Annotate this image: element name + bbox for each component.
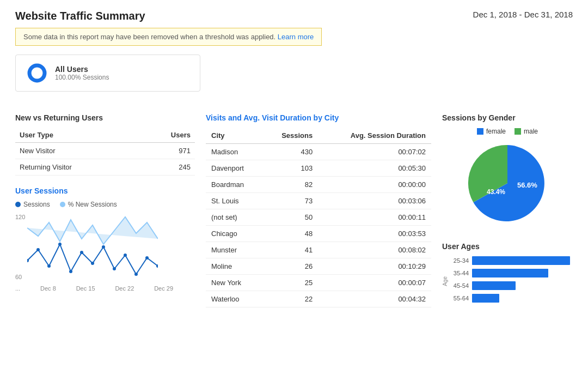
x-label-4: Dec 29 — [154, 285, 173, 292]
x-label-3: Dec 22 — [115, 285, 134, 292]
y-label-60: 60 — [15, 274, 25, 280]
city-cell: Boardman — [206, 177, 263, 193]
user-sessions-title: User Sessions — [15, 186, 195, 195]
date-range: Dec 1, 2018 - Dec 31, 2018 — [473, 10, 573, 19]
x-label-1: Dec 8 — [40, 285, 56, 292]
right-column: Sessions by Gender female male — [442, 113, 573, 306]
y-label-120: 120 — [15, 214, 25, 220]
pie-chart-container: 56.6% 43.4% — [442, 140, 573, 227]
age-bar-label: 55-64 — [449, 295, 469, 301]
table-row: St. Louis7300:03:06 — [206, 193, 431, 209]
new-sessions-legend-label: % New Sessions — [68, 201, 117, 208]
user-type-cell: Returning Visitor — [15, 159, 138, 176]
gender-legend: female male — [442, 128, 573, 135]
visits-by-city-table: City Sessions Avg. Session Duration Madi… — [206, 128, 431, 307]
main-grid: New vs Returning Users User Type Users N… — [15, 113, 573, 307]
col-users: Users — [138, 128, 195, 143]
gender-section: Sessions by Gender female male — [442, 113, 573, 227]
female-legend: female — [477, 128, 506, 135]
new-vs-returning-title: New vs Returning Users — [15, 113, 195, 122]
city-cell: St. Louis — [206, 193, 263, 209]
new-sessions-dot — [60, 202, 65, 207]
male-label: male — [524, 128, 538, 135]
svg-point-7 — [80, 251, 83, 254]
new-sessions-legend: % New Sessions — [60, 201, 117, 208]
visits-by-city-title: Visits and Avg. Visit Duration by City — [206, 113, 431, 122]
duration-cell: 00:00:07 — [318, 275, 431, 291]
ages-chart: Age 25-34 35-44 45-54 55-64 — [442, 256, 573, 306]
svg-point-13 — [145, 256, 149, 260]
sessions-cell: 25 — [263, 275, 318, 291]
male-color — [514, 128, 521, 135]
header-row: Website Traffic Summary Dec 1, 2018 - De… — [15, 10, 573, 22]
female-color — [477, 128, 483, 135]
sessions-cell: 50 — [263, 209, 318, 226]
table-row: Madison43000:07:02 — [206, 144, 431, 160]
svg-point-11 — [124, 254, 127, 257]
line-chart: 100.00% 50.00% — [27, 212, 158, 282]
svg-point-4 — [47, 264, 51, 268]
age-bar-fill — [472, 256, 570, 265]
age-bar-row: 45-54 — [449, 281, 573, 290]
y-axis-left: 120 60 — [15, 212, 25, 282]
left-column: New vs Returning Users User Type Users N… — [15, 113, 195, 292]
col-duration: Avg. Session Duration — [318, 128, 431, 144]
table-row: Waterloo2200:04:32 — [206, 291, 431, 307]
svg-point-5 — [58, 243, 62, 246]
x-label-2: Dec 15 — [76, 285, 95, 292]
age-bar-fill — [472, 269, 548, 277]
ages-section: User Ages Age 25-34 35-44 45-54 55-64 — [442, 242, 573, 306]
svg-point-9 — [102, 245, 105, 249]
sessions-cell: 73 — [263, 193, 318, 209]
svg-point-6 — [69, 270, 72, 273]
city-cell: Madison — [206, 144, 263, 160]
sessions-cell: 48 — [263, 226, 318, 242]
table-row: (not set)5000:00:11 — [206, 209, 431, 226]
ages-title: User Ages — [442, 242, 573, 251]
alert-text: Some data in this report may have been r… — [23, 33, 275, 41]
age-bar-row: 25-34 — [449, 256, 573, 265]
table-row: Moline2600:10:29 — [206, 258, 431, 275]
age-bar-fill — [472, 294, 499, 303]
age-bar-fill — [472, 281, 516, 290]
table-row: Chicago4800:03:53 — [206, 226, 431, 242]
table-row: New York2500:00:07 — [206, 275, 431, 291]
pie-chart: 56.6% 43.4% — [464, 140, 551, 227]
sessions-legend-label: Sessions — [23, 201, 50, 208]
new-vs-returning-table: User Type Users New Visitor971Returning … — [15, 128, 195, 176]
age-bar-row: 35-44 — [449, 269, 573, 277]
city-cell: Moline — [206, 258, 263, 275]
sessions-cell: 22 — [263, 291, 318, 307]
learn-more-link[interactable]: Learn more — [278, 33, 314, 41]
city-cell: (not set) — [206, 209, 263, 226]
segment-box: All Users 100.00% Sessions — [15, 55, 200, 92]
chart-svg-wrap: 100.00% 50.00% — [27, 212, 158, 284]
table-row: New Visitor971 — [15, 143, 195, 159]
ages-bars: 25-34 35-44 45-54 55-64 — [449, 256, 573, 306]
sessions-dot — [15, 202, 21, 207]
table-row: Munster4100:08:02 — [206, 242, 431, 258]
donut-icon — [27, 63, 47, 83]
svg-point-0 — [29, 65, 45, 81]
sessions-cell: 41 — [263, 242, 318, 258]
duration-cell: 00:00:11 — [318, 209, 431, 226]
sessions-cell: 82 — [263, 177, 318, 193]
svg-point-12 — [134, 273, 138, 276]
alert-box: Some data in this report may have been r… — [15, 28, 322, 46]
duration-cell: 00:07:02 — [318, 144, 431, 160]
segment-sub: 100.00% Sessions — [55, 74, 109, 81]
duration-cell: 00:05:30 — [318, 160, 431, 177]
city-cell: Waterloo — [206, 291, 263, 307]
duration-cell: 00:03:53 — [318, 226, 431, 242]
chart-legend: Sessions % New Sessions — [15, 201, 195, 208]
age-bar-label: 25-34 — [449, 257, 469, 264]
x-axis-labels: ... Dec 8 Dec 15 Dec 22 Dec 29 — [15, 285, 173, 292]
page-title: Website Traffic Summary — [15, 10, 145, 22]
sessions-cell: 103 — [263, 160, 318, 177]
sessions-cell: 430 — [263, 144, 318, 160]
users-cell: 245 — [138, 159, 195, 176]
x-label-0: ... — [15, 285, 20, 292]
city-cell: Chicago — [206, 226, 263, 242]
city-cell: New York — [206, 275, 263, 291]
duration-cell: 00:03:06 — [318, 193, 431, 209]
